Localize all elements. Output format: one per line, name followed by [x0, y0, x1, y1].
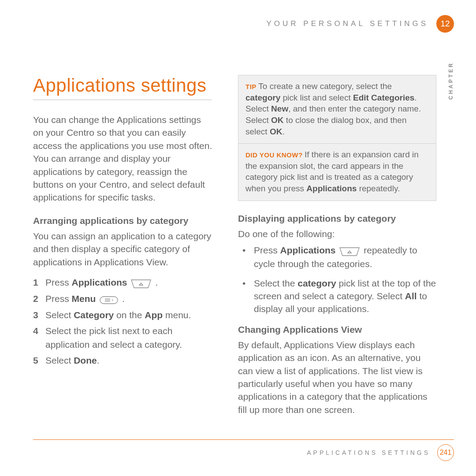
- tip-body: To create a new category, select the cat…: [245, 82, 421, 136]
- bullet-2: Select the category pick list at the top…: [238, 277, 436, 316]
- svg-marker-0: [131, 280, 151, 288]
- footer-divider: [33, 439, 454, 440]
- bullet-1: Press Applications repeatedly to cycle t…: [238, 244, 436, 271]
- footer-label: APPLICATIONS SETTINGS: [307, 449, 430, 456]
- tip-callout: TIP To create a new category, select the…: [238, 75, 436, 143]
- subhead-displaying: Displaying applications by category: [238, 213, 436, 224]
- applications-key-icon: [339, 245, 360, 257]
- step-2: Press Menu .: [33, 292, 214, 306]
- subhead-arranging: Arranging applications by category: [33, 216, 214, 226]
- page-footer: APPLICATIONS SETTINGS 241: [0, 439, 476, 461]
- callout-group: TIP To create a new category, select the…: [238, 75, 436, 201]
- subhead-changing-view: Changing Applications View: [238, 324, 436, 335]
- did-you-know-callout: DID YOU KNOW? If there is an expansion c…: [238, 143, 436, 201]
- applications-key-icon: [130, 276, 152, 290]
- chapter-number-badge: 12: [436, 15, 454, 33]
- page-header: YOUR PERSONAL SETTINGS 12: [266, 15, 454, 33]
- right-column: TIP To create a new category, select the…: [238, 75, 436, 428]
- changing-view-paragraph: By default, Applications View displays e…: [238, 338, 436, 416]
- bullet-list: Press Applications repeatedly to cycle t…: [238, 244, 436, 316]
- step-1: Press Applications .: [33, 275, 214, 290]
- step-3: Select Category on the App menu.: [33, 308, 214, 322]
- intro-paragraph: You can change the Applications settings…: [33, 113, 214, 204]
- svg-marker-6: [340, 248, 359, 256]
- menu-key-icon: [99, 293, 119, 307]
- did-you-know-label: DID YOU KNOW?: [245, 151, 303, 159]
- step-5: Select Done.: [33, 353, 214, 368]
- displaying-paragraph: Do one of the following:: [238, 227, 436, 240]
- tip-label: TIP: [245, 83, 257, 90]
- svg-point-5: [112, 300, 113, 301]
- arranging-paragraph: You can assign an application to a categ…: [33, 230, 214, 268]
- page-number-badge: 241: [437, 444, 454, 461]
- chapter-word-vertical: CHAPTER: [448, 62, 454, 100]
- steps-list: Press Applications . Press Menu . Select…: [33, 275, 214, 367]
- page-title: Applications settings: [33, 75, 214, 96]
- title-divider: [33, 100, 212, 100]
- header-section-label: YOUR PERSONAL SETTINGS: [266, 19, 428, 28]
- step-4: Select the pick list next to each applic…: [33, 324, 214, 352]
- left-column: Applications settings You can change the…: [33, 75, 214, 428]
